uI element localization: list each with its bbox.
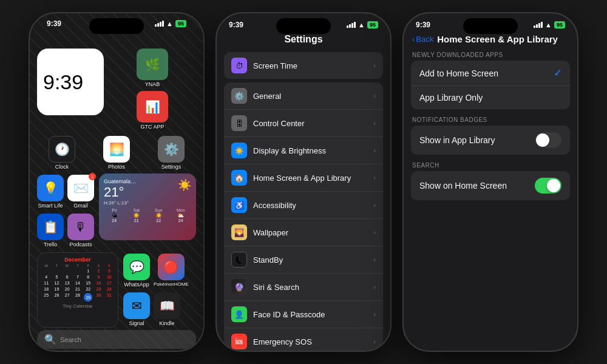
- app-library-only-label: App Library Only: [419, 93, 483, 103]
- gtc-icon: 📊: [137, 91, 168, 123]
- status-time-3: 9:39: [416, 21, 430, 29]
- weather-city: Guatemala…: [104, 178, 136, 184]
- standby-label: StandBy: [253, 255, 373, 265]
- app-gtc[interactable]: 📊 GTC APP: [109, 91, 196, 130]
- settings-item-standby[interactable]: ⏾ StandBy ›: [224, 246, 383, 274]
- settings-item-general[interactable]: ⚙️ General ›: [224, 83, 383, 110]
- search-magnifier-icon: 🔍: [44, 334, 56, 345]
- battery-badge-2: 95: [367, 21, 378, 29]
- clock-label: Clock: [55, 164, 69, 170]
- homescreen: 9:39 ▲ 95 9:39: [30, 13, 203, 351]
- app-pokemon[interactable]: 🔴 PokémonHOME: [154, 254, 189, 288]
- wallpaper-label: Wallpaper: [253, 228, 373, 237]
- homescreen-settings-screen: 9:39 ▲ 95 ‹ Back Home Screen & App Libra…: [404, 13, 577, 351]
- back-label: Back: [416, 35, 433, 44]
- search-placeholder: Search: [60, 336, 81, 343]
- ynab-label: YNAB: [145, 81, 160, 87]
- weather-row-mon: Mon⛅24: [171, 208, 192, 223]
- siri-label: Siri & Search: [253, 283, 373, 292]
- show-on-home-screen-item: Show on Home Screen: [411, 171, 570, 200]
- kindle-icon: 📖: [154, 292, 180, 319]
- photos-icon: 🌅: [103, 136, 130, 163]
- back-button[interactable]: ‹ Back: [412, 35, 433, 44]
- ynab-icon: 🌿: [137, 49, 168, 80]
- option-add-to-home[interactable]: Add to Home Screen ✓: [411, 61, 570, 86]
- pokemon-icon: 🔴: [158, 254, 185, 280]
- signal-icon-3: [534, 22, 543, 28]
- app-gmail[interactable]: ✉️ 1 Gmail: [67, 175, 94, 209]
- signal-icon-2: [347, 22, 356, 28]
- app-row-trello: 📋 Trello 🎙 Podcasts: [37, 212, 94, 249]
- control-center-label: Control Center: [253, 119, 373, 128]
- display-icon: ☀️: [231, 143, 247, 158]
- weather-details: H:26° L:13°: [104, 200, 136, 206]
- settings-item-control-center[interactable]: 🎛 Control Center ›: [224, 110, 383, 137]
- app-kindle[interactable]: 📖 Kindle: [154, 292, 180, 326]
- signal-label: Signal: [129, 320, 144, 326]
- settings-item-screen-time[interactable]: ⏱ Screen Time ›: [224, 52, 383, 79]
- gtc-label: GTC APP: [140, 124, 164, 130]
- homescreen-icon: 🏠: [231, 170, 247, 186]
- show-in-app-library-label: Show in App Library: [419, 135, 495, 145]
- weather-row-fri: Fri🌤24: [104, 208, 125, 223]
- checkmark-icon: ✓: [554, 67, 561, 79]
- status-icons-2: ▲ 95: [347, 21, 378, 29]
- general-label: General: [253, 92, 373, 101]
- show-in-app-library-toggle[interactable]: [535, 132, 561, 148]
- calendar-widget[interactable]: December M T W T F S S 123 4567: [37, 252, 118, 328]
- dynamic-island: [89, 18, 144, 34]
- settings-item-faceid[interactable]: 👤 Face ID & Passcode ›: [224, 301, 383, 328]
- weather-row-sun: Sun☀️22: [148, 208, 169, 223]
- wifi-icon-3: ▲: [545, 21, 552, 29]
- show-on-home-screen-label: Show on Home Screen: [419, 181, 507, 190]
- accessibility-label: Accessibility: [253, 201, 373, 210]
- newly-downloaded-options: Add to Home Screen ✓ App Library Only: [411, 61, 570, 109]
- settings-item-siri[interactable]: 🔮 Siri & Search ›: [224, 274, 383, 301]
- app-photos[interactable]: 🌅 Photos: [103, 136, 130, 170]
- settings-item-display[interactable]: ☀️ Display & Brightness ›: [224, 137, 383, 164]
- app-whatsapp[interactable]: 💬 WhatsApp: [123, 254, 150, 288]
- back-chevron-icon: ‹: [412, 35, 415, 44]
- settings-item-homescreen[interactable]: 🏠 Home Screen & App Library ›: [224, 164, 383, 192]
- faceid-label: Face ID & Passcode: [253, 310, 373, 319]
- settings-screen: 9:39 ▲ 95 Settings ⏱ Screen Time ›: [217, 13, 390, 351]
- settings-item-sos[interactable]: 🆘 Emergency SOS ›: [224, 328, 383, 351]
- settings-icon: ⚙️: [158, 136, 185, 163]
- app-podcasts[interactable]: 🎙 Podcasts: [67, 214, 94, 248]
- page-title: Home Screen & App Library: [437, 34, 569, 44]
- trello-icon: 📋: [37, 214, 64, 240]
- search-bar[interactable]: 🔍 Search: [37, 330, 196, 349]
- app-settings[interactable]: ⚙️ Settings: [158, 136, 185, 170]
- phone-1: 9:39 ▲ 95 9:39: [29, 12, 205, 352]
- weather-widget[interactable]: Guatemala… 21° H:26° L:13° ☀️ Fri🌤24 Sat…: [99, 174, 196, 240]
- battery-badge: 95: [175, 20, 186, 27]
- signal-icon: [155, 21, 164, 27]
- app-row-signal-kindle: ✉ Signal 📖 Kindle: [123, 291, 196, 328]
- add-to-home-label: Add to Home Screen: [419, 69, 498, 78]
- wifi-icon: ▲: [166, 20, 173, 27]
- app-clock[interactable]: 🕐 Clock: [49, 136, 75, 170]
- clock-widget[interactable]: 9:39: [37, 49, 104, 115]
- screen-time-label: Screen Time: [253, 61, 373, 70]
- status-time-2: 9:39: [229, 21, 243, 29]
- app-row-1: 🕐 Clock 🌅 Photos ⚙️ Settings: [35, 135, 198, 171]
- toggle-thumb-on: [547, 179, 560, 192]
- settings-item-wallpaper[interactable]: 🌄 Wallpaper ›: [224, 219, 383, 246]
- clock-time: 9:39: [43, 72, 83, 92]
- photos-label: Photos: [108, 164, 125, 170]
- sos-label: Emergency SOS: [253, 337, 373, 346]
- kindle-label: Kindle: [159, 320, 174, 326]
- notification-badges-header: NOTIFICATION BADGES: [404, 113, 577, 126]
- option-app-library-only[interactable]: App Library Only: [411, 86, 570, 109]
- settings-item-accessibility[interactable]: ♿ Accessibility ›: [224, 192, 383, 219]
- smart-life-icon: 💡: [37, 175, 64, 201]
- screen-time-section: ⏱ Screen Time ›: [224, 52, 383, 79]
- pokemon-label: PokémonHOME: [154, 281, 189, 287]
- podcasts-label: Podcasts: [69, 241, 92, 248]
- app-smart-life[interactable]: 💡 Smart Life: [37, 175, 64, 209]
- control-center-icon: 🎛: [231, 115, 247, 131]
- show-on-home-screen-toggle[interactable]: [535, 178, 561, 194]
- app-signal[interactable]: ✉ Signal: [123, 292, 150, 326]
- app-trello[interactable]: 📋 Trello: [37, 214, 64, 248]
- app-ynab[interactable]: 🌿 YNAB: [109, 49, 196, 87]
